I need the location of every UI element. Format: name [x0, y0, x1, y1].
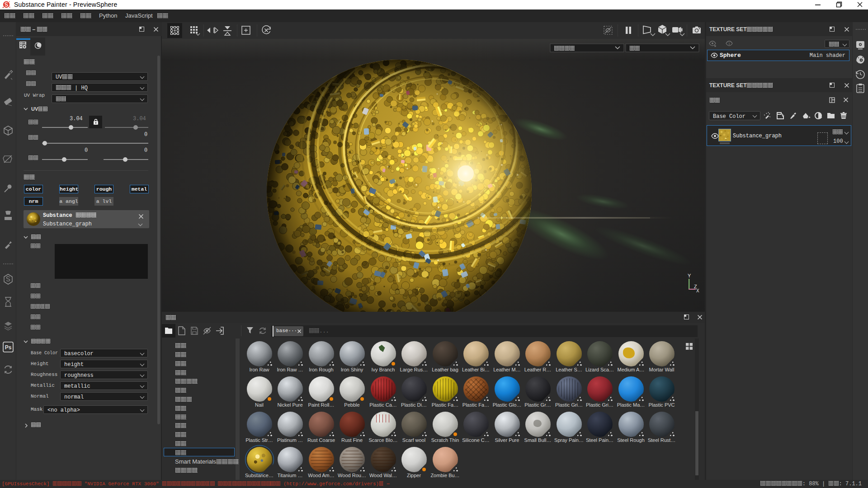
svg-text:Ps: Ps	[5, 344, 12, 351]
svg-text:X: X	[696, 288, 699, 293]
svg-text:Y: Y	[688, 273, 691, 278]
svg-text:1: 1	[728, 42, 731, 46]
